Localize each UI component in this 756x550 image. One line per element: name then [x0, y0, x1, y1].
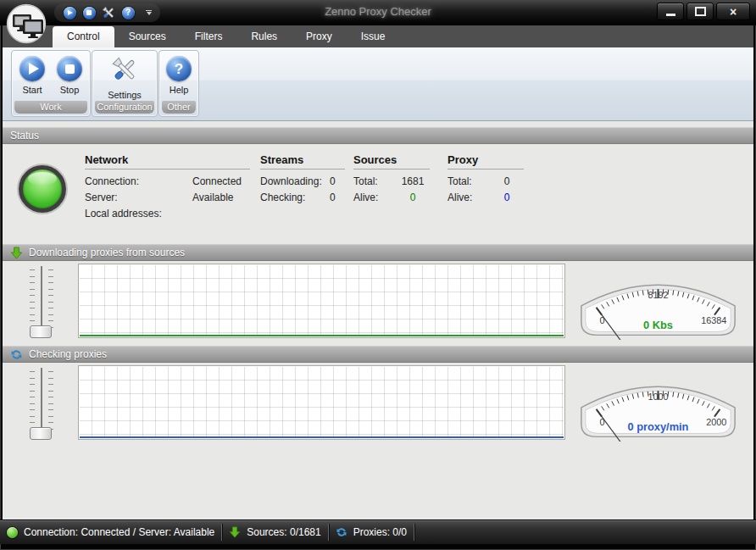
- app-window: ? Zenno Proxy Checker × Control Sources …: [0, 0, 756, 550]
- stop-button-label: Stop: [60, 85, 80, 95]
- window-title: Zenno Proxy Checker: [325, 0, 431, 24]
- chart-grid: [80, 265, 564, 336]
- qat-play-icon[interactable]: [63, 6, 76, 19]
- check-speed-slider[interactable]: [29, 367, 54, 440]
- qat-tools-icon[interactable]: [102, 6, 115, 19]
- group-label-work: Work: [14, 101, 87, 114]
- statusbar-sources-label: Sources: 0/1681: [247, 526, 320, 538]
- check-chart-baseline: [80, 436, 564, 438]
- qat-stop-icon[interactable]: [82, 6, 96, 19]
- server-value: Available: [192, 190, 233, 206]
- qat-dropdown-icon[interactable]: [146, 10, 152, 15]
- close-button[interactable]: ×: [716, 3, 750, 20]
- play-icon: [19, 56, 45, 81]
- titlebar: ? Zenno Proxy Checker ×: [0, 0, 756, 25]
- minimize-icon: [666, 14, 675, 16]
- sources-title: Sources: [353, 153, 430, 169]
- sources-status-column: Sources Total:1681 Alive:0: [353, 153, 430, 206]
- downloading-value: 0: [330, 174, 336, 190]
- download-speed-slider[interactable]: [29, 265, 54, 338]
- proxy-alive-value: 0: [490, 190, 524, 206]
- minimize-button[interactable]: [657, 3, 684, 20]
- tab-issue[interactable]: Issue: [347, 26, 400, 47]
- maximize-button[interactable]: [687, 3, 714, 20]
- chart-grid: [80, 367, 564, 438]
- tab-sources[interactable]: Sources: [114, 26, 181, 47]
- maximize-icon: [695, 7, 706, 16]
- help-button-label: Help: [170, 85, 189, 95]
- download-chart-baseline: [80, 335, 564, 336]
- proxy-title: Proxy: [447, 153, 524, 169]
- gauge-min-label: 0: [599, 417, 604, 427]
- statusbar: Connection: Connected / Server: Availabl…: [0, 519, 756, 544]
- slider-track[interactable]: [41, 368, 42, 434]
- statusbar-proxies: Proxies: 0/0: [336, 526, 407, 538]
- checking-value: 0: [330, 190, 336, 206]
- connection-led-indicator: [19, 165, 66, 213]
- check-traffic-chart: [78, 365, 565, 440]
- statusbar-proxies-label: Proxies: 0/0: [353, 526, 407, 538]
- tools-icon: [111, 56, 138, 86]
- gauge-mid-label: 1000: [648, 392, 668, 402]
- tab-control[interactable]: Control: [53, 26, 114, 47]
- downloading-label: Downloading:: [260, 174, 330, 190]
- ribbon-group-other: ? Help Other: [158, 50, 199, 117]
- tab-rules[interactable]: Rules: [236, 26, 292, 47]
- download-traffic-chart: [78, 264, 565, 338]
- start-button[interactable]: Start: [14, 53, 51, 95]
- statusbar-separator: [221, 524, 222, 541]
- check-panel-header: Checking proxies: [3, 346, 753, 363]
- green-down-arrow-icon: [10, 247, 23, 259]
- settings-button-label: Settings: [108, 90, 142, 100]
- status-section-header: Status: [3, 127, 753, 144]
- download-panel-title: Downloading proxies from sources: [29, 247, 185, 258]
- slider-handle[interactable]: [30, 325, 52, 338]
- gauge-max-label: 2000: [706, 417, 726, 427]
- green-led-icon: [7, 527, 18, 538]
- proxy-status-column: Proxy Total:0 Alive:0: [447, 153, 524, 206]
- status-header-label: Status: [10, 130, 39, 142]
- statusbar-separator: [414, 524, 414, 541]
- gauge-mid-label: 8192: [648, 290, 668, 300]
- window-controls: ×: [657, 3, 750, 20]
- network-status-column: Network Connection:Connected Server:Avai…: [85, 153, 250, 222]
- start-button-label: Start: [22, 85, 42, 95]
- ribbon-tab-bar: Control Sources Filters Rules Proxy Issu…: [3, 25, 753, 47]
- checking-label: Checking:: [260, 190, 330, 206]
- tab-proxy[interactable]: Proxy: [292, 26, 347, 47]
- sources-total-value: 1681: [396, 174, 430, 190]
- network-title: Network: [85, 153, 250, 169]
- streams-status-column: Streams Downloading:0 Checking:0: [260, 153, 345, 206]
- streams-title: Streams: [260, 153, 345, 169]
- close-icon: ×: [730, 6, 737, 18]
- question-icon: ?: [166, 56, 192, 81]
- ribbon-group-configuration: Settings Configuration: [92, 50, 158, 117]
- help-glyph: ?: [125, 8, 131, 17]
- settings-button[interactable]: Settings: [106, 53, 143, 100]
- check-panel-title: Checking proxies: [29, 348, 107, 360]
- qat-help-icon[interactable]: ?: [121, 6, 135, 19]
- app-logo-icon[interactable]: [6, 3, 47, 44]
- main-content: Status Network Connection:Connected Serv…: [3, 121, 753, 519]
- sources-alive-label: Alive:: [353, 190, 396, 206]
- check-rate-gauge: 0 1000 2000 0 proxy/min: [575, 364, 742, 442]
- server-label: Server:: [85, 190, 192, 206]
- help-button[interactable]: ? Help: [160, 53, 197, 95]
- slider-handle[interactable]: [30, 427, 52, 440]
- gauge-value-label: 0 proxy/min: [628, 420, 689, 433]
- proxy-alive-label: Alive:: [447, 190, 490, 206]
- connection-value: Connected: [192, 174, 242, 190]
- statusbar-separator: [328, 524, 329, 541]
- local-addresses-label: Local addresses:: [85, 206, 192, 222]
- proxy-total-value: 0: [490, 174, 524, 190]
- gauge-value-label: 0 Kbs: [643, 319, 673, 331]
- sources-alive-value: 0: [396, 190, 430, 206]
- stop-button[interactable]: Stop: [51, 53, 88, 95]
- tab-filters[interactable]: Filters: [181, 26, 237, 47]
- statusbar-sources: Sources: 0/1681: [229, 526, 320, 538]
- proxy-total-label: Total:: [447, 174, 490, 190]
- slider-track[interactable]: [41, 266, 42, 332]
- sources-total-label: Total:: [353, 174, 396, 190]
- ribbon: Start Stop Work: [3, 47, 753, 121]
- blue-sync-icon: [336, 526, 347, 538]
